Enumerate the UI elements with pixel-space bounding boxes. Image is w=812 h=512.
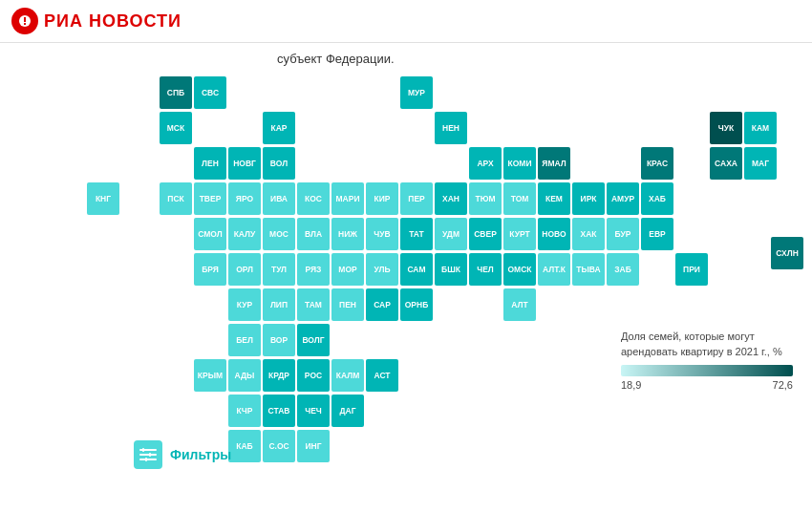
cell-udm[interactable]: УДМ (435, 218, 467, 250)
cell-kem[interactable]: КЕМ (538, 182, 570, 215)
cell-chel[interactable]: ЧЕЛ (469, 253, 502, 286)
cell-kos[interactable]: КОС (297, 182, 330, 215)
cell-bel[interactable]: БЕЛ (228, 324, 261, 356)
cell-tul[interactable]: ТУЛ (263, 253, 295, 286)
cell-vla[interactable]: ВЛА (297, 218, 330, 250)
map-row-3: ЛЕН НОВГ ВОЛ АРХ КОМИ ЯМАЛ КРАС САХА МАГ (124, 146, 812, 181)
cell-volg[interactable]: ВОЛГ (297, 324, 330, 356)
cell-evr[interactable]: ЕВР (641, 218, 673, 250)
cell-ornb[interactable]: ОРНБ (400, 288, 433, 321)
cell-shln[interactable]: СХЛН (771, 237, 803, 269)
filters-button[interactable]: Фильтры (134, 440, 231, 469)
svg-rect-8 (145, 458, 147, 461)
cell-ryaz[interactable]: РЯЗ (297, 253, 330, 286)
logo-text: РИА НОВОСТИ (44, 11, 182, 32)
cell-kalm[interactable]: КАЛМ (331, 359, 364, 392)
cell-smol[interactable]: СМОЛ (194, 218, 226, 250)
cell-komi[interactable]: КОМИ (503, 147, 536, 180)
cell-irk[interactable]: ИРК (572, 182, 605, 215)
cell-amur[interactable]: АМУР (607, 182, 639, 215)
cell-kalu[interactable]: КАЛУ (228, 218, 261, 250)
cell-kur[interactable]: КУР (228, 288, 261, 321)
cell-mos[interactable]: МОС (263, 218, 295, 250)
cell-alt[interactable]: АЛТ (503, 288, 536, 321)
cell-hak[interactable]: ХАК (572, 218, 605, 250)
map-row-2: МСК КАР НЕН ЧУК КАМ (124, 111, 812, 145)
cell-len[interactable]: ЛЕН (194, 147, 226, 180)
cell-yamal[interactable]: ЯМАЛ (538, 147, 570, 180)
cell-ing[interactable]: ИНГ (297, 430, 330, 462)
cell-psk[interactable]: ПСК (160, 182, 192, 215)
cell-nizh[interactable]: НИЖ (331, 218, 364, 250)
cell-saha[interactable]: САХА (710, 147, 742, 180)
cell-tat[interactable]: ТАТ (400, 218, 433, 250)
cell-kurt[interactable]: КУРТ (503, 218, 536, 250)
cell-han[interactable]: ХАН (435, 182, 467, 215)
cell-pri[interactable]: ПРИ (675, 253, 708, 286)
cell-iva[interactable]: ИВА (263, 182, 295, 215)
cell-kab[interactable]: КАБ (228, 430, 261, 462)
cell-per[interactable]: ПЕР (400, 182, 433, 215)
cell-altk[interactable]: АЛТ.К (538, 253, 570, 286)
cell-arh[interactable]: АРХ (469, 147, 502, 180)
svg-rect-5 (139, 459, 157, 460)
cell-spb[interactable]: СПБ (160, 76, 192, 109)
cell-svs[interactable]: СВС (194, 76, 226, 109)
cell-stav[interactable]: СТАВ (263, 395, 295, 427)
cell-vol[interactable]: ВОЛ (263, 147, 295, 180)
cell-lip[interactable]: ЛИП (263, 288, 295, 321)
cell-kchr[interactable]: КЧР (228, 395, 261, 427)
legend-title: Доля семей, которые могут арендовать ква… (621, 330, 793, 359)
map-row-6: БРЯ ОРЛ ТУЛ РЯЗ МОР УЛЬ САМ БШК ЧЕЛ ОМСК… (124, 252, 812, 287)
cell-krdr[interactable]: КРДР (263, 359, 295, 392)
cell-hab[interactable]: ХАБ (641, 182, 673, 215)
cell-ul[interactable]: УЛЬ (366, 253, 398, 286)
svg-rect-6 (142, 448, 144, 452)
cell-tver[interactable]: ТВЕР (194, 182, 226, 215)
cell-novo[interactable]: НОВО (538, 218, 570, 250)
cell-tom[interactable]: ТОМ (503, 182, 536, 215)
cell-kar[interactable]: КАР (263, 112, 295, 144)
cell-kam[interactable]: КАМ (744, 112, 777, 144)
legend-min: 18,9 (621, 379, 641, 391)
cell-krym[interactable]: КРЫМ (194, 359, 226, 392)
cell-msk[interactable]: МСК (160, 112, 192, 144)
cell-pen[interactable]: ПЕН (331, 288, 364, 321)
cell-zab[interactable]: ЗАБ (607, 253, 639, 286)
cell-mari[interactable]: МАРИ (331, 182, 364, 215)
cell-tum[interactable]: ТЮМ (469, 182, 502, 215)
cell-ros[interactable]: РОС (297, 359, 330, 392)
map-row-10: КЧР СТАВ ЧЕЧ ДАГ (124, 394, 812, 428)
header: РИА НОВОСТИ (0, 0, 812, 43)
cell-sos[interactable]: С.ОС (263, 430, 295, 462)
cell-bur[interactable]: БУР (607, 218, 639, 250)
cell-nen[interactable]: НЕН (435, 112, 467, 144)
legend-bar (621, 365, 793, 376)
cell-sam[interactable]: САМ (400, 253, 433, 286)
cell-ast[interactable]: АСТ (366, 359, 398, 392)
cell-tam[interactable]: ТАМ (297, 288, 330, 321)
cell-yaro[interactable]: ЯРО (228, 182, 261, 215)
cell-brya[interactable]: БРЯ (194, 253, 226, 286)
cell-dag[interactable]: ДАГ (331, 395, 364, 427)
cell-mag[interactable]: МАГ (744, 147, 777, 180)
cell-chuk[interactable]: ЧУК (710, 112, 742, 144)
cell-novg[interactable]: НОВГ (228, 147, 261, 180)
svg-rect-7 (149, 453, 151, 457)
cell-kir[interactable]: КИР (366, 182, 398, 215)
cell-chuv[interactable]: ЧУВ (366, 218, 398, 250)
cell-kng[interactable]: КНГ (87, 182, 119, 215)
cell-vor[interactable]: ВОР (263, 324, 295, 356)
cell-sar[interactable]: САР (366, 288, 398, 321)
cell-chech[interactable]: ЧЕЧ (297, 395, 330, 427)
cell-bshk[interactable]: БШК (435, 253, 467, 286)
svg-rect-4 (139, 454, 157, 456)
cell-sver[interactable]: СВЕР (469, 218, 502, 250)
cell-tyva[interactable]: ТЫВА (572, 253, 605, 286)
cell-ady[interactable]: АДЫ (228, 359, 261, 392)
cell-omsk[interactable]: ОМСК (503, 253, 536, 286)
cell-mor[interactable]: МОР (331, 253, 364, 286)
cell-kras[interactable]: КРАС (641, 147, 673, 180)
cell-orl[interactable]: ОРЛ (228, 253, 261, 286)
cell-mur[interactable]: МУР (400, 76, 433, 109)
